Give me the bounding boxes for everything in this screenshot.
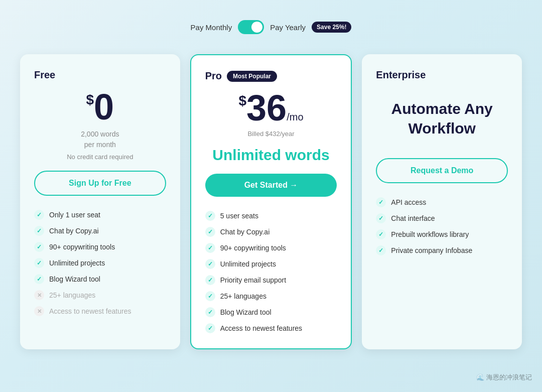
feature-text: Only 1 user seat [49, 211, 100, 219]
feature-item: Prebuilt workflows library [376, 229, 508, 239]
feature-item: Chat by Copy.ai [34, 226, 166, 236]
check-icon [205, 211, 215, 221]
feature-item: Blog Wizard tool [34, 274, 166, 284]
pro-amount: 36 [246, 90, 287, 126]
check-icon [205, 243, 215, 253]
pro-price-display: $ 36 /mo [205, 90, 337, 126]
pro-price-area: $ 36 /mo [205, 90, 337, 126]
check-icon [205, 307, 215, 317]
check-icon [205, 227, 215, 237]
feature-item: Chat by Copy.ai [205, 227, 337, 237]
free-amount: 0 [94, 89, 114, 125]
check-icon [34, 226, 44, 236]
feature-text: Chat by Copy.ai [49, 227, 99, 235]
feature-item: 90+ copywriting tools [205, 243, 337, 253]
check-icon [34, 258, 44, 268]
feature-text: Unlimited projects [49, 259, 105, 267]
feature-text: Blog Wizard tool [220, 308, 272, 316]
feature-text: Private company Infobase [391, 246, 472, 254]
feature-item: Private company Infobase [376, 245, 508, 255]
pro-plan-card: Pro Most Popular $ 36 /mo Billed $432/ye… [190, 54, 352, 349]
feature-item: Blog Wizard tool [205, 307, 337, 317]
pro-cta-button[interactable]: Get Started → [205, 174, 337, 197]
free-plan-title: Free [34, 69, 55, 81]
feature-item: Only 1 user seat [34, 210, 166, 220]
free-currency: $ [86, 93, 94, 107]
pay-monthly-label: Pay Monthly [191, 23, 232, 32]
feature-text: 90+ copywriting tools [220, 244, 286, 252]
feature-text: Unlimited projects [220, 260, 276, 268]
enterprise-cta-button[interactable]: Request a Demo [376, 158, 508, 183]
free-plan-card: Free $ 0 2,000 words per month No credit… [20, 54, 180, 349]
feature-item: API access [376, 197, 508, 207]
feature-text: 5 user seats [220, 212, 258, 220]
feature-text: API access [391, 198, 426, 206]
pro-billing-note: Billed $432/year [205, 130, 337, 138]
check-icon [34, 274, 44, 284]
pro-plan-title: Pro [205, 70, 222, 82]
check-icon [376, 197, 386, 207]
feature-text: 25+ languages [49, 291, 95, 299]
watermark: 🌊 海恩的冲浪笔记 [476, 373, 532, 382]
feature-item: Unlimited projects [34, 258, 166, 268]
feature-text: Chat interface [391, 214, 435, 222]
feature-text: Access to newest features [220, 324, 302, 332]
free-features-list: Only 1 user seatChat by Copy.ai90+ copyw… [34, 210, 166, 316]
free-price-display: $ 0 [34, 89, 166, 125]
x-icon [34, 290, 44, 300]
check-icon [376, 229, 386, 239]
billing-toggle-row: Pay Monthly Pay Yearly Save 25%! [191, 20, 352, 34]
check-icon [205, 275, 215, 285]
pro-unlimited-words: Unlimited words [205, 147, 337, 164]
feature-item: 25+ languages [205, 291, 337, 301]
save-badge: Save 25%! [312, 22, 351, 33]
enterprise-plan-title: Enterprise [376, 69, 426, 81]
free-card-header: Free [34, 69, 166, 81]
enterprise-features-list: API accessChat interfacePrebuilt workflo… [376, 197, 508, 255]
feature-text: Access to newest features [49, 307, 131, 315]
feature-item: Unlimited projects [205, 259, 337, 269]
free-words-description: 2,000 words per month [34, 129, 166, 150]
enterprise-headline: Automate Any Workflow [376, 99, 508, 138]
feature-text: Chat by Copy.ai [220, 228, 270, 236]
check-icon [34, 242, 44, 252]
pro-currency: $ [239, 94, 247, 108]
feature-text: Priority email support [220, 276, 287, 284]
feature-item: 25+ languages [34, 290, 166, 300]
pro-card-header: Pro Most Popular [205, 70, 337, 82]
free-cta-button[interactable]: Sign Up for Free [34, 171, 166, 196]
feature-item: Access to newest features [205, 323, 337, 333]
check-icon [376, 245, 386, 255]
check-icon [205, 291, 215, 301]
most-popular-badge: Most Popular [227, 71, 277, 82]
pay-yearly-label: Pay Yearly [270, 23, 306, 32]
free-no-cc: No credit card required [34, 153, 166, 161]
feature-text: 25+ languages [220, 292, 266, 300]
feature-text: Prebuilt workflows library [391, 230, 469, 238]
feature-item: Chat interface [376, 213, 508, 223]
check-icon [376, 213, 386, 223]
billing-toggle-switch[interactable] [238, 20, 264, 34]
pricing-cards: Free $ 0 2,000 words per month No credit… [20, 54, 522, 349]
feature-item: Access to newest features [34, 306, 166, 316]
x-icon [34, 306, 44, 316]
pro-features-list: 5 user seatsChat by Copy.ai90+ copywriti… [205, 211, 337, 333]
check-icon [205, 323, 215, 333]
check-icon [205, 259, 215, 269]
enterprise-card-header: Enterprise [376, 69, 508, 81]
enterprise-plan-card: Enterprise Automate Any Workflow Request… [362, 54, 522, 349]
free-price-area: $ 0 [34, 89, 166, 125]
feature-text: 90+ copywriting tools [49, 243, 115, 251]
feature-item: 90+ copywriting tools [34, 242, 166, 252]
feature-item: Priority email support [205, 275, 337, 285]
feature-item: 5 user seats [205, 211, 337, 221]
feature-text: Blog Wizard tool [49, 275, 100, 283]
pro-period: /mo [287, 112, 303, 122]
check-icon [34, 210, 44, 220]
